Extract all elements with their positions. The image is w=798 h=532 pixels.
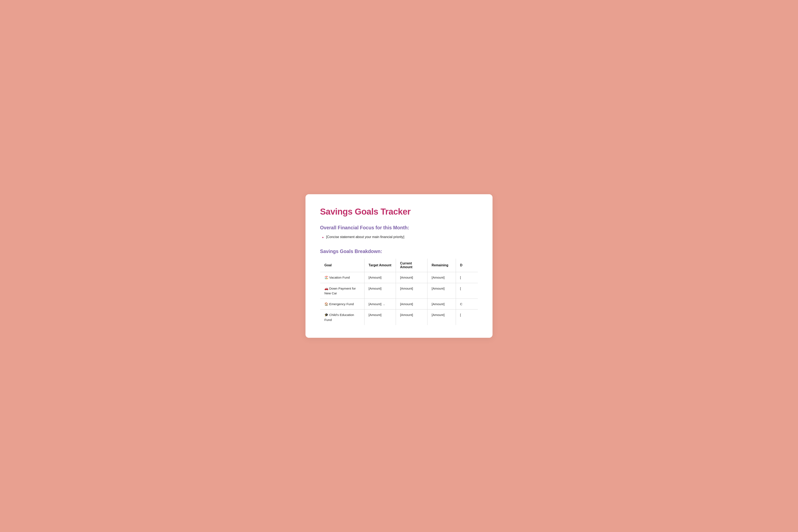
col-header-current: Current Amount [396,259,427,272]
goal-name: Emergency Fund [329,302,354,306]
goal-name: Child's Education Fund [324,313,354,321]
current-cell: [Amount] [396,272,427,283]
current-cell: [Amount] [396,309,427,325]
table-row: 🏠 Emergency Fund[Amount] ⌄[Amount][Amoun… [320,299,478,309]
goal-name: Vacation Fund [329,276,350,279]
goal-name: Down Payment for New Car [324,287,356,295]
breakdown-section: Savings Goals Breakdown: Goal Target Amo… [320,249,478,325]
extra-cell: [ [456,272,478,283]
financial-focus-heading: Overall Financial Focus for this Month: [320,225,478,231]
current-amount: [Amount] [400,287,413,290]
remaining-amount: [Amount] [432,302,445,306]
goal-icon: 🎓 [324,313,328,317]
extra-cell: [ [456,309,478,325]
extra-cell: C [456,299,478,309]
target-amount: [Amount] [369,276,382,279]
goal-icon: 🚗 [324,287,328,290]
target-amount: [Amount] [369,313,382,317]
current-cell: [Amount] [396,283,427,299]
goal-cell: 🎓 Child's Education Fund [320,309,365,325]
goal-cell: 🚗 Down Payment for New Car [320,283,365,299]
goals-table: Goal Target Amount Current Amount Remain… [320,259,478,325]
target-cell: [Amount] [364,309,396,325]
remaining-cell: [Amount] [427,272,456,283]
extra-value: [ [460,313,461,317]
goal-cell: 🏖️ Vacation Fund [320,272,365,283]
breakdown-heading: Savings Goals Breakdown: [320,249,478,254]
remaining-cell: [Amount] [427,309,456,325]
col-header-remaining: Remaining [427,259,456,272]
table-row: 🚗 Down Payment for New Car[Amount][Amoun… [320,283,478,299]
target-cell: [Amount] [364,283,396,299]
col-header-extra: D [456,259,478,272]
remaining-amount: [Amount] [432,287,445,290]
col-header-target: Target Amount [364,259,396,272]
current-cell: [Amount] [396,299,427,309]
remaining-cell: [Amount] [427,283,456,299]
goal-cell: 🏠 Emergency Fund [320,299,365,309]
goal-icon: 🏖️ [324,276,328,279]
table-row: 🏖️ Vacation Fund[Amount][Amount][Amount]… [320,272,478,283]
financial-focus-text: [Concise statement about your main finan… [326,234,404,240]
bullet-dot: • [322,234,323,240]
extra-value: [ [460,287,461,290]
current-amount: [Amount] [400,313,413,317]
table-row: 🎓 Child's Education Fund[Amount][Amount]… [320,309,478,325]
extra-value: [ [460,276,461,279]
remaining-amount: [Amount] [432,313,445,317]
page-title: Savings Goals Tracker [320,207,478,217]
dropdown-indicator[interactable]: ⌄ [383,303,385,306]
goal-icon: 🏠 [324,302,328,306]
target-cell: [Amount] ⌄ [364,299,396,309]
current-amount: [Amount] [400,276,413,279]
extra-cell: [ [456,283,478,299]
main-card: Savings Goals Tracker Overall Financial … [305,194,493,338]
target-amount: [Amount] ⌄ [369,302,385,306]
target-amount: [Amount] [369,287,382,290]
remaining-amount: [Amount] [432,276,445,279]
financial-focus-list: • [Concise statement about your main fin… [320,234,478,240]
col-header-goal: Goal [320,259,365,272]
current-amount: [Amount] [400,302,413,306]
extra-value: C [460,302,462,306]
remaining-cell: [Amount] [427,299,456,309]
financial-focus-item: • [Concise statement about your main fin… [322,234,478,240]
target-cell: [Amount] [364,272,396,283]
table-header-row: Goal Target Amount Current Amount Remain… [320,259,478,272]
